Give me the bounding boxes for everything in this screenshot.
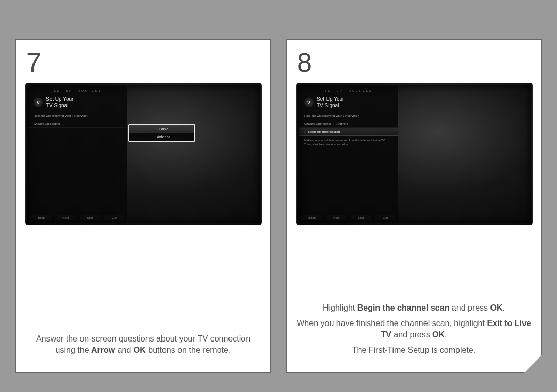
- caption-text: and press: [391, 330, 432, 339]
- option-label: Antenna: [157, 135, 170, 139]
- caption-bold: OK: [432, 330, 445, 339]
- footer-skip-button[interactable]: Skip: [350, 215, 372, 220]
- caption-bold: Begin the channel scan: [357, 303, 450, 312]
- choose-signal-label: Choose your signal: [304, 122, 331, 125]
- caption-text: Highlight: [323, 303, 357, 312]
- footer-next-button[interactable]: Next: [325, 215, 347, 220]
- brand-logo-icon: V: [34, 98, 43, 107]
- title-line: TV Signal: [317, 103, 339, 108]
- scan-hint: Make sure your cable is connected from t…: [299, 136, 398, 148]
- title-line: Set Up Your: [317, 96, 344, 102]
- tv-screenshot-8: SET-UP PROGRESS V Set Up Your TV Signal …: [296, 83, 533, 225]
- footer-back-button[interactable]: Back: [301, 215, 323, 220]
- footer-exit-button[interactable]: Exit: [104, 215, 125, 220]
- footer-exit-button[interactable]: Exit: [374, 215, 396, 220]
- step-number: 8: [297, 47, 532, 78]
- panel-title: V Set Up Your TV Signal: [28, 94, 127, 112]
- progress-label: SET-UP PROGRESS: [299, 88, 398, 94]
- step-number: 7: [26, 47, 261, 78]
- chevron-right-icon: ›: [63, 122, 64, 125]
- choose-signal-row[interactable]: Choose your signal ›: [28, 120, 127, 128]
- step-8-caption: Highlight Begin the channel scan and pre…: [296, 302, 532, 360]
- panel-title-text: Set Up Your TV Signal: [317, 96, 344, 109]
- choose-signal-row[interactable]: Choose your signal › Antenna: [299, 120, 398, 128]
- popup-option-cable[interactable]: ›Cable: [129, 125, 194, 133]
- caption-text: buttons on the remote.: [146, 346, 231, 354]
- brand-logo-icon: V: [304, 98, 314, 107]
- step-7-caption: Answer the on-screen questions about you…: [25, 333, 261, 360]
- panel-title: V Set Up Your TV Signal: [299, 94, 398, 112]
- panel-footer: Back Next Skip Exit: [299, 215, 398, 222]
- option-label: Cable: [159, 127, 168, 131]
- title-line: Set Up Your: [46, 96, 73, 102]
- caption-bold: OK: [134, 346, 146, 354]
- step-card-8: 8 SET-UP PROGRESS V Set Up Your TV Signa…: [286, 39, 542, 373]
- progress-label: SET-UP PROGRESS: [28, 88, 127, 94]
- caption-text: When you have finished the channel scan,…: [297, 319, 487, 328]
- begin-scan-row[interactable]: › Begin the channel scan: [299, 128, 398, 136]
- chevron-right-icon: ›: [156, 127, 157, 131]
- footer-back-button[interactable]: Back: [30, 215, 52, 220]
- step-cards: 7 SET-UP PROGRESS V Set Up Your TV Signa…: [15, 39, 542, 373]
- popup-option-antenna[interactable]: ›Antenna: [129, 133, 194, 141]
- panel-footer: Back Next Skip Exit: [28, 215, 127, 222]
- question-row: How are you receiving your TV service?: [28, 112, 127, 120]
- caption-bold: OK: [490, 303, 503, 312]
- begin-scan-label: Begin the channel scan: [308, 130, 340, 133]
- question-row: How are you receiving your TV service?: [299, 112, 398, 120]
- chevron-right-icon: ›: [304, 130, 305, 133]
- title-line: TV Signal: [46, 103, 68, 108]
- chevron-right-icon: ›: [154, 135, 155, 139]
- choose-signal-value: Antenna: [336, 122, 348, 125]
- caption-text: and: [115, 346, 134, 354]
- caption-text: .: [503, 303, 505, 312]
- setup-panel: SET-UP PROGRESS V Set Up Your TV Signal …: [299, 86, 398, 222]
- chevron-right-icon: ›: [333, 122, 334, 125]
- footer-next-button[interactable]: Next: [55, 215, 76, 220]
- caption-text: and press: [449, 303, 490, 312]
- tv-screenshot-7: SET-UP PROGRESS V Set Up Your TV Signal …: [25, 83, 262, 225]
- signal-popup: ›Cable ›Antenna: [128, 124, 195, 142]
- choose-signal-label: Choose your signal: [34, 122, 60, 125]
- caption-text: .: [445, 330, 447, 339]
- caption-bold: Arrow: [91, 346, 115, 354]
- footer-skip-button[interactable]: Skip: [79, 215, 101, 220]
- caption-text: The First-Time Setup is complete.: [296, 345, 532, 356]
- setup-panel: SET-UP PROGRESS V Set Up Your TV Signal …: [28, 86, 127, 222]
- panel-title-text: Set Up Your TV Signal: [46, 96, 73, 109]
- step-card-7: 7 SET-UP PROGRESS V Set Up Your TV Signa…: [15, 39, 271, 373]
